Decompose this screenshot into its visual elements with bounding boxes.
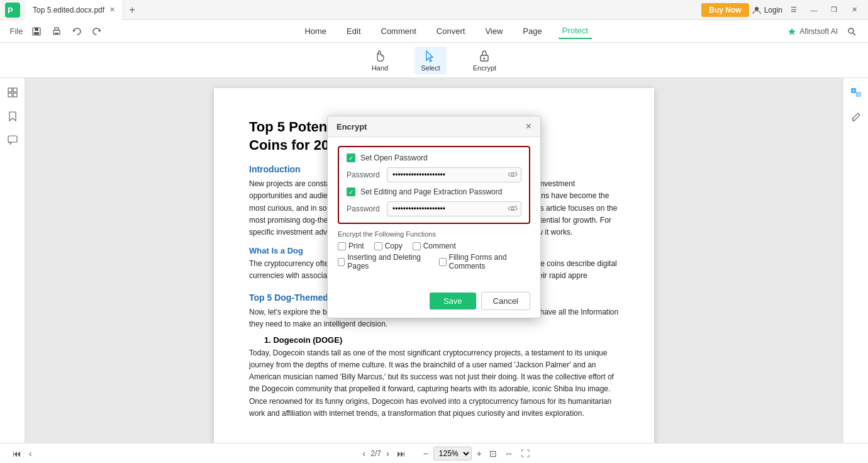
section2-eye-icon[interactable]	[508, 204, 518, 214]
svg-marker-9	[788, 28, 796, 35]
hand-tool[interactable]: Hand	[365, 47, 394, 74]
dialog-close-button[interactable]: ×	[526, 121, 531, 131]
section2-row: ✓ Set Editing and Page Extraction Passwo…	[347, 187, 521, 196]
fullscreen-button[interactable]: ⛶	[518, 447, 532, 460]
search-icon	[847, 26, 857, 36]
section1-label: Set Open Password	[360, 153, 428, 162]
section2-checkbox[interactable]: ✓	[347, 187, 355, 196]
last-page-button[interactable]: ⏭	[394, 447, 408, 460]
active-tab[interactable]: Top 5.edited.docx.pdf ✕	[25, 0, 123, 20]
print-button[interactable]	[48, 23, 65, 40]
menu-convert[interactable]: Convert	[433, 24, 469, 38]
thumbnail-icon	[7, 87, 18, 98]
add-tab-button[interactable]: +	[123, 1, 141, 19]
next-page-button[interactable]: ›	[384, 447, 392, 460]
fn-print-checkbox[interactable]	[338, 242, 346, 250]
fit-width-button[interactable]: ↔	[502, 447, 516, 460]
svg-point-10	[849, 28, 854, 33]
ef-row2: Inserting and Deleting Pages Filling For…	[338, 253, 530, 271]
edit-panel-button[interactable]	[847, 107, 865, 126]
hamburger-button[interactable]: ☰	[785, 1, 803, 19]
fn-copy-checkbox[interactable]	[374, 242, 382, 250]
translate-icon: A 文	[850, 87, 862, 98]
ai-button[interactable]: Afirstsoft AI	[787, 26, 838, 36]
comment-panel-button[interactable]	[3, 131, 22, 150]
menu-toolbar: File Home Edit Comment Convert View Page…	[0, 20, 868, 43]
svg-rect-4	[35, 28, 38, 31]
zoom-out-button[interactable]: −	[421, 447, 431, 460]
svg-rect-17	[8, 93, 12, 97]
login-button[interactable]: Login	[752, 5, 782, 15]
user-icon	[752, 5, 762, 15]
svg-rect-18	[13, 93, 17, 97]
section1-pw-wrap	[387, 167, 521, 182]
encrypt-label: Encrypt	[473, 64, 496, 72]
section1-row: ✓ Set Open Password	[347, 153, 521, 162]
minimize-button[interactable]: —	[805, 1, 823, 19]
ef-row1: Print Copy Comment	[338, 242, 530, 250]
tab-title: Top 5.edited.docx.pdf	[33, 6, 104, 14]
translate-panel-button[interactable]: A 文	[847, 83, 865, 102]
main-area: Top 5 Potential Dog-Themed MemeCoins for…	[0, 78, 868, 443]
svg-line-21	[516, 172, 517, 173]
save-button[interactable]	[28, 23, 45, 40]
menu-protect[interactable]: Protect	[559, 23, 592, 39]
menu-view[interactable]: View	[481, 24, 506, 38]
zoom-in-button[interactable]: +	[474, 447, 484, 460]
left-panel	[0, 78, 25, 443]
undo-icon	[72, 26, 82, 36]
fn-copy-label: Copy	[385, 242, 403, 250]
first-page-button[interactable]: ⏮	[10, 447, 24, 460]
section2-pw-label: Password	[347, 204, 383, 213]
section1-pw-label: Password	[347, 170, 383, 179]
page-info: 2/7	[370, 449, 381, 458]
svg-text:A: A	[852, 89, 855, 92]
fn-comment-checkbox[interactable]	[413, 242, 421, 250]
prev-page-center-button[interactable]: ‹	[360, 447, 369, 460]
fn-comment-label: Comment	[423, 242, 456, 250]
section2-password-input[interactable]	[387, 201, 521, 216]
svg-rect-8	[55, 33, 58, 34]
svg-text:P: P	[8, 6, 13, 15]
content-area: Top 5 Potential Dog-Themed MemeCoins for…	[25, 78, 843, 443]
svg-rect-16	[13, 88, 17, 92]
select-tool[interactable]: Select	[415, 47, 447, 74]
search-button[interactable]	[843, 23, 860, 40]
fn-fill-label: Filling Forms and Comments	[449, 253, 530, 271]
close-tab-button[interactable]: ✕	[109, 6, 115, 14]
zoom-select[interactable]: 125% 100% 150% 75%	[433, 447, 472, 460]
thumbnail-panel-button[interactable]	[3, 83, 22, 102]
fn-insert-checkbox[interactable]	[338, 258, 345, 266]
svg-rect-5	[34, 32, 39, 35]
section1-checkbox[interactable]: ✓	[347, 153, 355, 162]
section1-eye-icon[interactable]	[508, 170, 518, 180]
file-button[interactable]: File	[8, 23, 25, 40]
bookmark-panel-button[interactable]	[3, 107, 22, 126]
section1-password-input[interactable]	[387, 167, 521, 182]
svg-point-22	[511, 208, 514, 210]
restore-button[interactable]: ❐	[825, 1, 843, 19]
redo-button[interactable]	[88, 23, 106, 40]
close-button[interactable]: ✕	[845, 1, 863, 19]
icon-toolbar: Hand Select Encrypt	[0, 43, 868, 78]
buy-now-button[interactable]: Buy Now	[701, 3, 748, 17]
dialog-overlay: Encrypt × ✓ Set Open Password Password	[25, 78, 843, 443]
svg-text:文: 文	[857, 92, 861, 96]
save-encrypt-button[interactable]: Save	[430, 293, 476, 310]
print-icon	[52, 26, 62, 36]
ai-star-icon	[787, 26, 797, 36]
encrypt-tool[interactable]: Encrypt	[467, 47, 503, 74]
fn-fill-checkbox[interactable]	[439, 258, 446, 266]
menu-comment[interactable]: Comment	[377, 24, 420, 38]
svg-point-14	[484, 57, 486, 59]
undo-button[interactable]	[68, 23, 86, 40]
fn-insert-label: Inserting and Deleting Pages	[347, 253, 429, 271]
menu-page[interactable]: Page	[519, 24, 545, 38]
fit-page-button[interactable]: ⊡	[487, 447, 499, 460]
cancel-encrypt-button[interactable]: Cancel	[481, 292, 530, 310]
menu-edit[interactable]: Edit	[343, 24, 364, 38]
menu-home[interactable]: Home	[301, 24, 330, 38]
hand-label: Hand	[372, 64, 388, 72]
prev-page-button[interactable]: ‹	[26, 447, 35, 460]
statusbar-center: ‹ 2/7 › ⏭ − 125% 100% 150% 75% + ⊡ ↔ ⛶	[40, 447, 853, 460]
